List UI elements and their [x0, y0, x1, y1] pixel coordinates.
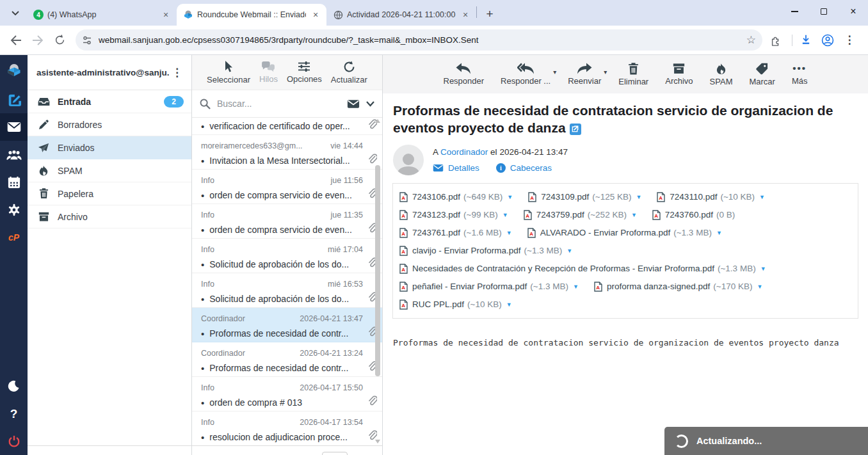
threads-button[interactable]: Hilos	[259, 61, 278, 84]
paper-plane-icon	[37, 143, 50, 153]
attachment-menu-caret[interactable]: ▼	[573, 283, 579, 290]
tab-whatsapp[interactable]: 4 (4) WhatsApp ×	[27, 4, 177, 26]
attachment-menu-caret[interactable]: ▼	[506, 301, 512, 308]
new-tab-button[interactable]: +	[481, 5, 499, 23]
open-in-new-window-icon[interactable]	[570, 124, 581, 135]
attachment-item[interactable]: ARUC PPL.pdf(~10 KB)▼	[399, 296, 512, 314]
page-input[interactable]	[322, 452, 348, 455]
folder-spam[interactable]: SPAM	[28, 159, 191, 182]
attachment-menu-caret[interactable]: ▼	[716, 230, 722, 236]
message-row[interactable]: Infomié 16:53 •Solicitud de aprobación d…	[192, 273, 382, 308]
folder-entrada[interactable]: Entrada 2	[28, 90, 191, 113]
attachment-menu-caret[interactable]: ▼	[757, 283, 762, 290]
dark-mode-button[interactable]	[0, 372, 28, 400]
spam-button[interactable]: SPAM	[703, 63, 739, 86]
message-row[interactable]: Infojue 11:56 •orden de compra servicio …	[192, 170, 382, 204]
compose-button[interactable]	[0, 86, 28, 113]
message-row[interactable]: •verificacion de certificado de oper...	[192, 118, 382, 135]
attachment-menu-caret[interactable]: ▼	[506, 230, 512, 236]
profile-button[interactable]	[818, 31, 837, 50]
reply-all-menu-caret[interactable]: ▾	[553, 68, 556, 76]
roundcube-logo[interactable]	[0, 55, 28, 86]
attachment-item[interactable]: AALVARADO - Enviar Proforma.pdf(~1.3 MB)…	[527, 224, 722, 242]
browser-menu-button[interactable]: ⋮	[840, 31, 859, 50]
forward-button[interactable]: Reenviar	[561, 63, 607, 86]
extensions-button[interactable]	[766, 31, 785, 50]
search-scope-mail-icon[interactable]	[347, 99, 360, 109]
reply-all-button[interactable]: Responder ...	[494, 63, 557, 86]
url-input[interactable]	[99, 35, 746, 45]
attachment-item[interactable]: Apeñafiel - Enviar Proforma.pdf(~1.3 MB)…	[399, 278, 579, 296]
cpanel-logo[interactable]: cP	[0, 223, 28, 251]
list-scrollbar[interactable]	[374, 119, 382, 443]
folder-archivo[interactable]: Archivo	[28, 205, 191, 228]
attachment-item[interactable]: A7243109.pdf(~125 KB)▼	[528, 188, 641, 206]
calendar-nav-button[interactable]	[0, 168, 28, 196]
tab-roundcube[interactable]: Roundcube Webmail :: Enviados ×	[177, 4, 326, 26]
close-icon[interactable]: ×	[160, 9, 172, 20]
logout-button[interactable]	[0, 427, 28, 455]
back-button[interactable]	[6, 31, 26, 50]
attachment-item[interactable]: Aproforma danza-signed.pdf(~170 KB)▼	[594, 278, 762, 296]
close-icon[interactable]: ×	[310, 9, 321, 20]
message-row[interactable]: Infomié 17:04 •Solicitud de aprobación d…	[192, 239, 382, 273]
folder-enviados[interactable]: Enviados	[28, 136, 191, 159]
options-button[interactable]: Opciones	[287, 61, 322, 84]
refresh-button[interactable]: Actualizar	[331, 61, 367, 84]
bookmark-star-icon[interactable]: ☆	[746, 33, 756, 47]
message-row[interactable]: Coordinador2026-04-21 13:24 •Proformas d…	[192, 342, 382, 377]
folder-papelera[interactable]: Papelera	[28, 182, 191, 205]
message-row[interactable]: moreiramercedes633@gm...vie 14:44 •Invit…	[192, 135, 382, 170]
attachment-menu-caret[interactable]: ▼	[502, 212, 508, 218]
message-row[interactable]: Info2026-04-17 13:54 •resolucion de adju…	[192, 411, 382, 446]
settings-nav-button[interactable]	[0, 196, 28, 223]
search-options-chevron-icon[interactable]	[366, 101, 374, 107]
account-menu-button[interactable]: ⋮	[169, 66, 185, 79]
reload-button[interactable]	[50, 31, 69, 50]
details-toggle[interactable]: Detalles	[433, 163, 479, 173]
mark-button[interactable]: Marcar	[743, 63, 781, 86]
more-button[interactable]: ••• Más	[785, 63, 814, 86]
archive-button[interactable]: Archivo	[659, 63, 699, 86]
minimize-button[interactable]	[780, 0, 809, 23]
help-button[interactable]: ?	[0, 400, 28, 427]
forward-menu-caret[interactable]: ▾	[604, 68, 607, 76]
close-window-button[interactable]: ×	[839, 0, 868, 23]
forward-button[interactable]	[28, 31, 47, 50]
restore-button[interactable]	[809, 0, 839, 23]
attachment-menu-caret[interactable]: ▼	[636, 194, 641, 200]
message-row-selected[interactable]: Coordinador2026-04-21 13:47 •Proformas d…	[192, 308, 382, 342]
reply-button[interactable]: Responder	[437, 63, 491, 86]
omnibox[interactable]: ☆	[76, 29, 762, 51]
message-row[interactable]: Info2026-04-17 15:50 •orden de compra # …	[192, 377, 382, 411]
attachment-menu-caret[interactable]: ▼	[567, 248, 572, 254]
scroll-down-arrow[interactable]	[375, 440, 380, 443]
message-row[interactable]: Infojue 11:35 •orden de compra servicio …	[192, 204, 382, 239]
attachment-item[interactable]: A7243760.pdf(0 B)	[652, 206, 735, 224]
tab-actividad[interactable]: Actividad 2026-04-21 11:00:00 ×	[326, 4, 476, 26]
attachment-item[interactable]: A7243761.pdf(~1.6 MB)▼	[399, 224, 512, 242]
attachment-menu-caret[interactable]: ▼	[760, 266, 766, 272]
delete-button[interactable]: Eliminar	[612, 63, 655, 86]
attachment-item[interactable]: A7243123.pdf(~99 KB)▼	[399, 206, 508, 224]
attachment-item[interactable]: ANecesidades de Contratación y Recepción…	[399, 260, 766, 278]
attachment-menu-caret[interactable]: ▼	[631, 212, 637, 218]
tab-search-button[interactable]	[6, 4, 24, 22]
folder-borradores[interactable]: Borradores	[28, 113, 191, 136]
headers-toggle[interactable]: i Cabeceras	[496, 163, 552, 173]
select-button[interactable]: Seleccionar	[207, 60, 250, 84]
attachment-item[interactable]: A7243110.pdf(~10 KB)▼	[657, 188, 765, 206]
mail-nav-button[interactable]	[0, 113, 28, 141]
attachment-menu-caret[interactable]: ▼	[759, 194, 765, 200]
attachment-item[interactable]: A7243106.pdf(~649 KB)▼	[399, 188, 513, 206]
downloads-button[interactable]	[796, 31, 816, 50]
scroll-up-arrow[interactable]	[375, 119, 380, 123]
close-icon[interactable]: ×	[460, 9, 471, 20]
attachment-menu-caret[interactable]: ▼	[507, 194, 513, 200]
contacts-nav-button[interactable]	[0, 141, 28, 168]
scrollbar-thumb[interactable]	[375, 165, 380, 376]
recipient-link[interactable]: Coordinador	[440, 147, 488, 157]
attachment-item[interactable]: Aclavijo - Enviar Proforma.pdf(~1.3 MB)▼	[399, 242, 572, 260]
attachment-item[interactable]: A7243759.pdf(~252 KB)▼	[524, 206, 637, 224]
search-input[interactable]	[217, 99, 347, 109]
